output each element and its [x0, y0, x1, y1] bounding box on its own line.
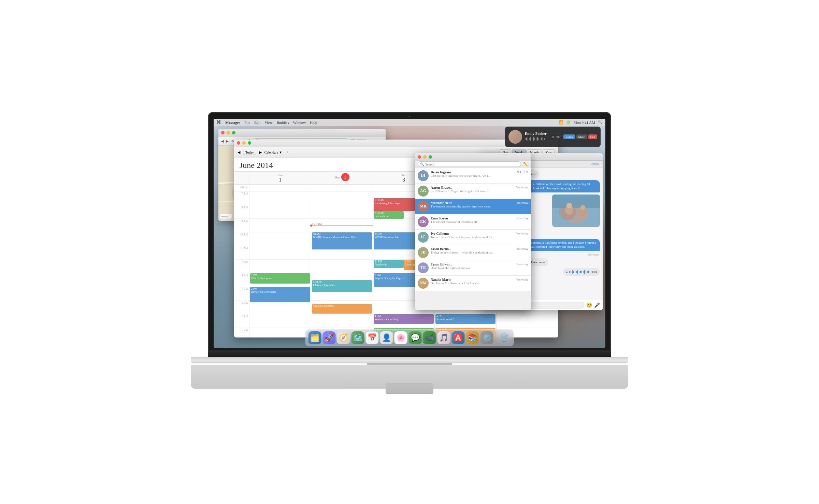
- camera: [409, 116, 411, 117]
- time-8am: 8 AM: [234, 205, 249, 219]
- contacts-icon[interactable]: 👤: [380, 331, 393, 344]
- msg-content-euna: Euna Kwon Yesterday The official footwea…: [431, 216, 528, 224]
- chat-photo[interactable]: [552, 195, 600, 227]
- svg-rect-62: [587, 271, 588, 273]
- maps-minimize-btn[interactable]: [227, 131, 230, 134]
- cal-close-btn[interactable]: [237, 141, 240, 145]
- cal-forward-btn[interactable]: ▶: [259, 150, 262, 155]
- msg-content-matthew: Matthew Reiff Yesterday The student beco…: [431, 201, 528, 208]
- launchpad-icon[interactable]: 🚀: [323, 331, 336, 344]
- event-review-ui[interactable]: 2 PM Review UI wireframes: [250, 287, 310, 302]
- msg-item-jason[interactable]: JB Jason Bettin... Yesterday Trying on n…: [415, 245, 531, 260]
- search-menubar[interactable]: 🔍: [598, 120, 603, 125]
- msg-item-natalia[interactable]: NM Natalia Maric Yesterday Oh, I'm on 21…: [415, 276, 531, 291]
- svg-rect-50: [571, 271, 571, 273]
- maps-forward-btn[interactable]: ▶: [226, 139, 229, 143]
- chat-details-btn[interactable]: Details: [591, 162, 600, 165]
- svg-rect-60: [584, 270, 585, 274]
- now-indicator-line: [311, 226, 373, 226]
- svg-rect-13: [543, 137, 543, 141]
- macbook-bottom: [191, 351, 628, 392]
- event-call-lo[interactable]: 8:30 AM Call with Lo: [374, 211, 404, 219]
- safari-icon[interactable]: 🧭: [337, 331, 350, 344]
- svg-point-47: [566, 203, 572, 208]
- maps-titlebar: [218, 129, 386, 137]
- photos-icon[interactable]: 🌸: [394, 331, 407, 344]
- allday-mon: [311, 185, 373, 191]
- battery-indicator: 🔋: [566, 120, 571, 125]
- msg-time-natalia: Yesterday: [516, 278, 528, 282]
- menu-view[interactable]: View: [264, 120, 272, 125]
- cal-calendars-btn[interactable]: Calendars ▼: [264, 150, 282, 154]
- event-review-round2[interactable]: 4 PM Review round 2 UI: [435, 314, 495, 324]
- msg-close-btn[interactable]: [418, 155, 421, 159]
- facetime-mute-btn[interactable]: Mute: [576, 134, 587, 139]
- facetime-dock-icon[interactable]: 📹: [423, 331, 436, 344]
- msg-item-tyson[interactable]: TE Tyson Edwar... Yesterday Don't leave …: [415, 260, 531, 276]
- cal-add-btn[interactable]: +: [286, 149, 289, 155]
- apple-menu[interactable]: ⌘: [216, 119, 221, 125]
- search-placeholder: Search: [425, 162, 434, 166]
- msg-content-ivy: Ivy Calhoun Yesterday Tomorrow we'll be …: [431, 232, 528, 239]
- menu-window[interactable]: Window: [293, 120, 306, 125]
- svg-rect-55: [577, 270, 578, 274]
- menu-help[interactable]: Help: [310, 120, 317, 125]
- event-wwdc-keynote[interactable]: 10 AM WWDC Keynote Moscone Center West: [312, 232, 372, 249]
- play-icon[interactable]: ▶: [566, 271, 568, 274]
- cal-minimize-btn[interactable]: [242, 141, 246, 145]
- event-call-accounts[interactable]: Call with accounts...: [312, 304, 372, 314]
- maps-zoom-btn[interactable]: [232, 131, 235, 134]
- maps-close-btn[interactable]: [221, 131, 225, 134]
- msg-item-aaron[interactable]: AG Aaron Grave... Yesterday It's 269 mil…: [415, 184, 531, 199]
- desktop: ⌘ Messages File Edit View Buddies Window…: [214, 119, 605, 348]
- msg-zoom-btn[interactable]: [429, 155, 432, 159]
- audio-waveform: [569, 270, 590, 274]
- finder-icon[interactable]: 🗂️: [308, 331, 321, 344]
- cal-back-btn[interactable]: ◀: [238, 150, 240, 155]
- msg-item-brian[interactable]: BI Brian Ingram 9:41 AM Best surfably ja…: [415, 168, 531, 184]
- msg-item-matthew[interactable]: MR Matthew Reiff Yesterday The student b…: [415, 199, 531, 214]
- maps-back-btn[interactable]: ◀: [221, 139, 224, 143]
- msg-content-natalia: Natalia Maric Yesterday Oh, I'm on 21st …: [431, 278, 528, 285]
- cal-zoom-btn[interactable]: [248, 141, 251, 145]
- menu-edit[interactable]: Edit: [254, 120, 260, 125]
- menu-file[interactable]: File: [244, 120, 250, 125]
- facetime-buttons[interactable]: Video Mute End: [563, 134, 597, 139]
- macbook-trackpad[interactable]: [386, 384, 433, 394]
- msg-minimize-btn[interactable]: [423, 155, 427, 159]
- messages-search-input[interactable]: 🔍 Search: [418, 161, 521, 167]
- facetime-notification: Emily Parker: [505, 127, 601, 147]
- ibooks-icon[interactable]: 📚: [466, 331, 479, 344]
- msg-avatar-matthew: MR: [418, 201, 429, 212]
- appstore-icon[interactable]: 🅰️: [452, 331, 465, 344]
- facetime-end-btn[interactable]: End: [588, 134, 598, 139]
- time-7am: 7 AM: [234, 191, 249, 205]
- facetime-video-btn[interactable]: Video: [563, 134, 575, 139]
- emoji-btn[interactable]: 😊: [586, 302, 592, 308]
- msg-preview-ivy: Tomorrow we'll be back in your neighborh…: [431, 235, 528, 239]
- event-lunch[interactable]: 12 PM Lunch with: [374, 260, 404, 268]
- msg-item-ivy[interactable]: IC Ivy Calhoun Yesterday Tomorrow we'll …: [415, 230, 531, 245]
- mic-btn[interactable]: 🎤: [594, 302, 600, 308]
- maps-dock-icon[interactable]: 🗺️: [351, 331, 364, 344]
- event-interview-qa[interactable]: 1:30 PM Interview QA candi...: [312, 280, 372, 292]
- event-weekly-team[interactable]: 4 PM Weekly team meeting: [374, 314, 434, 324]
- event-elite-softball[interactable]: 1 PM Elite softball game: [250, 273, 310, 284]
- menu-bar-left: ⌘ Messages File Edit View Buddies Window…: [216, 119, 317, 125]
- itunes-icon[interactable]: 🎵: [437, 331, 450, 344]
- messages-dock-icon[interactable]: 💬: [409, 331, 422, 344]
- systemprefs-icon[interactable]: ⚙️: [480, 331, 493, 344]
- messages-search-bar: 🔍 Search ✏️: [415, 161, 531, 168]
- svg-rect-59: [583, 271, 584, 273]
- chat-audio-bubble[interactable]: ▶: [563, 268, 600, 276]
- msg-content-jason: Jason Bettin... Yesterday Trying on new …: [431, 247, 528, 254]
- msg-time-jason: Yesterday: [516, 247, 528, 251]
- compose-btn[interactable]: ✏️: [523, 162, 528, 167]
- calendar-dock-icon[interactable]: 📅: [366, 331, 379, 344]
- msg-avatar-tyson: TE: [418, 262, 429, 273]
- cal-today-btn[interactable]: Today: [243, 150, 256, 155]
- msg-item-euna[interactable]: EK Euna Kwon Yesterday The official foot…: [415, 214, 531, 230]
- svg-rect-4: [530, 137, 531, 141]
- menu-buddies[interactable]: Buddies: [277, 120, 289, 125]
- trash-icon[interactable]: 🗑️: [498, 331, 511, 344]
